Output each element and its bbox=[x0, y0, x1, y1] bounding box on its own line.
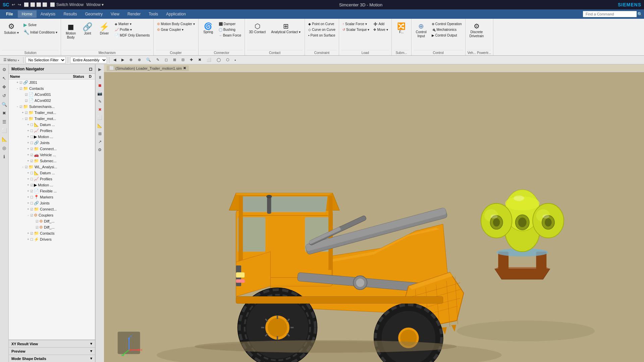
expand-flexible[interactable]: + bbox=[26, 189, 30, 193]
expand-motion1[interactable]: + bbox=[26, 135, 30, 138]
rt-icon-stop[interactable]: ⏹ bbox=[96, 82, 104, 89]
tree-item-submechanis[interactable]: - ☑ 📁 Submechanis... bbox=[9, 104, 95, 110]
discrete-drivetrain-btn[interactable]: ⚙ DiscreteDrivetrain bbox=[468, 21, 486, 40]
preview-header[interactable]: Preview ▾ bbox=[9, 347, 95, 355]
menu-tab-analysis[interactable]: Analysis bbox=[37, 10, 60, 18]
expand-trailer2[interactable]: - bbox=[21, 117, 25, 120]
expand-datum[interactable]: + bbox=[26, 123, 30, 126]
switch-window-btn[interactable]: ⬜ Switch Window bbox=[50, 2, 84, 7]
expand-j001[interactable]: + bbox=[15, 81, 19, 84]
menu-file[interactable]: File bbox=[1, 10, 18, 18]
menu-tab-tools[interactable]: Tools bbox=[145, 10, 162, 18]
toolbar-icon-1[interactable]: ◀ bbox=[111, 57, 118, 63]
gear-coupler-btn[interactable]: ⚙ Gear Coupler ▾ bbox=[156, 27, 196, 32]
menu-tab-geometry[interactable]: Geometry bbox=[81, 10, 107, 18]
tree-item-acont001[interactable]: ☑ 📄 ACont001 bbox=[9, 92, 95, 98]
toolbar-icon-7[interactable]: ◻ bbox=[163, 57, 170, 63]
rt-icon-grid[interactable]: ⊞ bbox=[96, 130, 104, 137]
tree-item-couplers[interactable]: - ☑ ⚙ Couplers bbox=[9, 212, 95, 218]
expand-datum2[interactable]: + bbox=[26, 171, 30, 175]
left-icon-x[interactable]: ✖ bbox=[1, 109, 8, 117]
navigator-close-icon[interactable]: ◻ bbox=[89, 67, 92, 71]
profile-btn[interactable]: 📈 Profile ▾ bbox=[113, 27, 151, 32]
mechatronics-btn[interactable]: 🔌 Mechatronics bbox=[430, 27, 463, 32]
tree-item-vehicle[interactable]: + ☑ 🚗 Vehicle ... bbox=[9, 152, 95, 158]
curve-on-curve-btn[interactable]: ◇ Curve on Curve bbox=[307, 27, 337, 32]
tree-item-connect1[interactable]: + ☑ 📁 Connect... bbox=[9, 146, 95, 152]
tree-item-joints[interactable]: + ☐ 🔗 Joints bbox=[9, 140, 95, 146]
tree-item-wl[interactable]: - ☑ 📁 WL_Analysi... bbox=[9, 164, 95, 170]
tree-item-drivers[interactable]: + ☐ ⚡ Drivers bbox=[9, 236, 95, 242]
tree-item-profiles2[interactable]: + ☐ 📈 Profiles bbox=[9, 176, 95, 182]
tree-item-submec[interactable]: + ☑ 📁 Submec... bbox=[9, 158, 95, 164]
rt-icon-x[interactable]: ✖ bbox=[96, 106, 104, 113]
toolbar-icon-5[interactable]: 🔍 bbox=[144, 57, 153, 63]
tree-item-profiles[interactable]: + ☐ 📈 Profiles bbox=[9, 128, 95, 134]
left-icon-measure[interactable]: 📐 bbox=[1, 135, 8, 143]
viewport-content[interactable]: Z X Y bbox=[104, 72, 644, 362]
left-icon-layers[interactable]: ☰ bbox=[1, 118, 8, 125]
rt-icon-play[interactable]: ▶ bbox=[96, 66, 104, 73]
redo-btn[interactable]: ↪ bbox=[18, 2, 21, 7]
rt-icon-arrow[interactable]: ↗ bbox=[96, 138, 104, 145]
joint-btn[interactable]: 🔗 Joint bbox=[80, 21, 95, 37]
window-btn[interactable]: Window ▾ bbox=[86, 2, 104, 7]
rt-icon-measure[interactable]: 📐 bbox=[96, 122, 104, 129]
viewport-tab-close[interactable]: ✖ bbox=[183, 66, 186, 70]
toolbar-icon-14[interactable]: ⬡ bbox=[224, 57, 231, 63]
solve-btn[interactable]: ▶ Solve bbox=[22, 21, 59, 28]
expand-markers[interactable]: + bbox=[26, 195, 30, 199]
bushing-btn[interactable]: ◯ Bushing bbox=[217, 27, 243, 32]
scalar-force-btn[interactable]: ↑ Scalar Force ▾ bbox=[341, 21, 371, 26]
beam-force-btn[interactable]: → Beam Force bbox=[217, 33, 243, 38]
expand-contacts[interactable]: - bbox=[15, 87, 19, 90]
spring-btn[interactable]: 🌀 Spring bbox=[201, 21, 216, 36]
expand-joints[interactable]: + bbox=[26, 141, 30, 144]
expand-motion2[interactable]: + bbox=[26, 183, 30, 187]
rt-icon-box[interactable]: ⬜ bbox=[96, 114, 104, 121]
control-operation-btn[interactable]: ⊕ Control Operation bbox=[430, 21, 463, 26]
damper-btn[interactable]: ⬛ Damper bbox=[217, 21, 243, 26]
tree-item-diff2[interactable]: ☑ ⚙ Diff_... bbox=[9, 224, 95, 230]
rt-icon-pen[interactable]: ✎ bbox=[96, 98, 104, 105]
toolbar-icon-9[interactable]: ⊟ bbox=[179, 57, 186, 63]
marker-btn[interactable]: ◈ Marker ▾ bbox=[113, 21, 151, 26]
tree-item-contacts2[interactable]: + ☑ 📁 Contacts bbox=[9, 230, 95, 236]
toolbar-icon-13[interactable]: ◯ bbox=[215, 57, 223, 63]
menu-tab-render[interactable]: Render bbox=[123, 10, 145, 18]
add-btn[interactable]: ➕ Add bbox=[372, 21, 389, 26]
tree-item-diff1[interactable]: ☑ ⚙ Diff_... bbox=[9, 218, 95, 224]
initial-conditions-btn[interactable]: 🔧 Initial Conditions ▾ bbox=[22, 29, 59, 36]
toolbar-icon-6[interactable]: ✎ bbox=[154, 57, 161, 63]
point-on-curve-btn[interactable]: ◆ Point on Curve bbox=[307, 21, 337, 26]
expand-submec[interactable]: + bbox=[26, 159, 30, 163]
undo-btn[interactable]: ↩ bbox=[12, 2, 15, 7]
3d-contact-btn[interactable]: ⬡ 3D Contact bbox=[247, 21, 268, 36]
tree-item-contacts[interactable]: - ☑ 📁 Contacts bbox=[9, 85, 95, 92]
motion-body-coupler-btn[interactable]: ⚙ Motion Body Coupler ▾ bbox=[156, 21, 196, 26]
toolbar-icon-3[interactable]: ⊕ bbox=[127, 57, 135, 63]
mdf-btn[interactable]: 📄 MDF Only Elements bbox=[113, 33, 151, 38]
expand-vehicle[interactable]: + bbox=[26, 153, 30, 157]
rt-icon-camera[interactable]: 📷 bbox=[96, 90, 104, 97]
tree-item-motion2[interactable]: + ☑ ▶ Motion ... bbox=[9, 182, 95, 188]
xy-result-view-header[interactable]: XY Result View ▾ bbox=[9, 340, 95, 347]
expand-connect2[interactable]: + bbox=[26, 207, 30, 211]
expand-connect1[interactable]: + bbox=[26, 147, 30, 150]
tree-item-connect2[interactable]: + ☑ 📁 Connect... bbox=[9, 206, 95, 212]
solution-btn[interactable]: ⚙ Solution ▾ bbox=[2, 21, 21, 36]
tree-item-motion1[interactable]: + ☐ ▶ Motion ... bbox=[9, 134, 95, 140]
expand-profiles2[interactable]: + bbox=[26, 177, 30, 181]
tree-item-datum[interactable]: + ☐ 📐 Datum ... bbox=[9, 122, 95, 128]
expand-joints2[interactable]: + bbox=[26, 201, 30, 205]
left-icon-rotate[interactable]: ↺ bbox=[1, 92, 8, 99]
expand-submechanis[interactable]: - bbox=[15, 105, 19, 108]
tree-item-markers[interactable]: + ☐ 📍 Markers bbox=[9, 194, 95, 200]
motion-body-btn[interactable]: ◼ MotionBody bbox=[63, 21, 78, 41]
left-icon-settings[interactable]: ⚙ bbox=[1, 66, 8, 73]
left-icon-info[interactable]: ℹ bbox=[1, 153, 8, 160]
control-output-btn[interactable]: ▶ Control Output bbox=[430, 33, 463, 38]
menu-tab-home[interactable]: Home bbox=[18, 10, 37, 18]
menu-btn[interactable]: ☰ Menu bbox=[1, 57, 21, 63]
tree-item-datum2[interactable]: + ☐ 📐 Datum ... bbox=[9, 170, 95, 176]
